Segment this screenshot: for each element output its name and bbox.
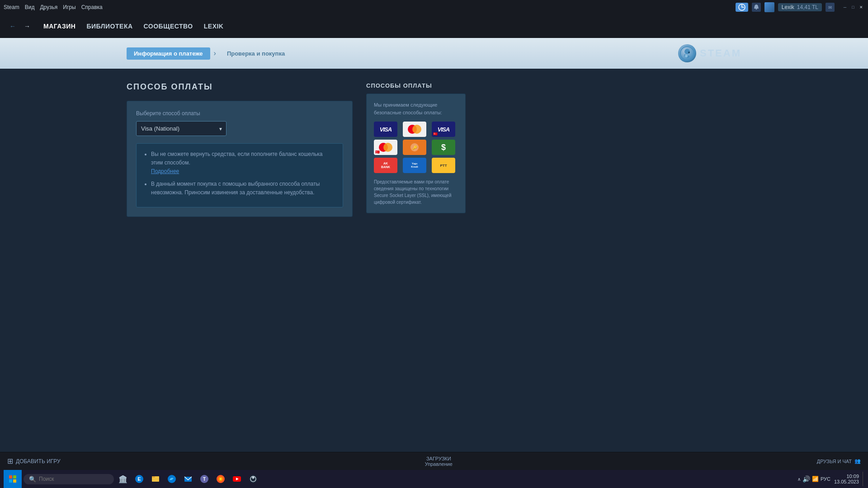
- taskbar-icon-steam[interactable]: [246, 472, 260, 486]
- svg-rect-12: [9, 479, 12, 483]
- taskbar-icon-explorer[interactable]: [148, 472, 163, 486]
- payment-box: Выберите способ оплаты Visa (National) M…: [127, 101, 353, 217]
- svg-text:T: T: [203, 477, 206, 482]
- payment-select-label: Выберите способ оплаты: [136, 110, 343, 117]
- steam-icon-btn[interactable]: [736, 3, 748, 12]
- chevron-up-icon[interactable]: ∧: [797, 477, 801, 482]
- taskbar-lang[interactable]: РУС: [821, 476, 830, 482]
- notification-icon[interactable]: [752, 3, 761, 12]
- user-balance: 14,41 TL: [797, 4, 818, 10]
- nav-library[interactable]: БИБЛИОТЕКА: [86, 23, 132, 30]
- taskbar-icon-edge[interactable]: [165, 472, 179, 486]
- svg-point-24: [220, 478, 222, 480]
- svg-text:🔑: 🔑: [412, 145, 418, 150]
- user-info[interactable]: Lexik 14,41 TL: [778, 3, 822, 11]
- start-button[interactable]: [4, 470, 22, 488]
- downloads-button[interactable]: ЗАГРУЗКИ Управление: [425, 456, 453, 467]
- taskbar-icon-teams[interactable]: T: [197, 472, 212, 486]
- clock-date: 13.05.2023: [834, 479, 859, 484]
- search-icon: 🔍: [29, 476, 36, 483]
- svg-point-5: [688, 52, 690, 53]
- payment-icon-orange: 🔑: [403, 140, 426, 155]
- nav-links: МАГАЗИН БИБЛИОТЕКА СООБЩЕСТВО LEXIK: [43, 23, 223, 30]
- payment-method-select[interactable]: Visa (National) Mastercard PayPal Steam …: [136, 121, 226, 136]
- payment-icon-visa-national: VISA 🇹🇷: [432, 122, 455, 137]
- svg-rect-11: [13, 475, 16, 479]
- menu-help[interactable]: Справка: [81, 4, 103, 10]
- taskbar-icon-browser[interactable]: [213, 472, 228, 486]
- maximize-button[interactable]: □: [850, 4, 856, 10]
- downloads-label: ЗАГРУЗКИ: [425, 456, 453, 461]
- menu-view[interactable]: Вид: [25, 4, 35, 10]
- add-game-button[interactable]: ⊞ ДОБАВИТЬ ИГРУ: [7, 457, 61, 465]
- payment-main: СПОСОБ ОПЛАТЫ Выберите способ оплаты Vis…: [127, 82, 353, 217]
- show-desktop-button[interactable]: [863, 472, 864, 486]
- warning-item-2: В данный момент покупка с помощью выбран…: [151, 180, 335, 197]
- back-button[interactable]: ←: [7, 21, 18, 32]
- steam-logo: STEAM: [678, 44, 741, 62]
- username: Lexik: [782, 4, 794, 10]
- payment-icon-mastercard-national: 🇹🇷: [374, 140, 397, 155]
- taskbar-right: ∧ 🔊 📶 РУС 10:09 13.05.2023: [797, 472, 864, 486]
- message-icon[interactable]: ✉: [826, 3, 835, 12]
- payment-section: СПОСОБ ОПЛАТЫ Выберите способ оплаты Vis…: [0, 69, 868, 230]
- payment-icon-yapikredi: YapıKredi: [403, 158, 426, 173]
- add-game-icon: ⊞: [7, 457, 13, 465]
- title-bar: Steam Вид Друзья Игры Справка Lexik 14,4…: [0, 0, 868, 14]
- taskbar: 🔍 🏛️ E: [0, 470, 868, 488]
- nav-bar: ← → МАГАЗИН БИБЛИОТЕКА СООБЩЕСТВО LEXIK: [0, 14, 868, 38]
- payment-icon-mastercard: [403, 122, 426, 137]
- payment-icon-ptt: PTT: [432, 158, 455, 173]
- breadcrumb: Информация о платеже › Проверка и покупк…: [127, 47, 292, 60]
- payment-sidebar: СПОСОБЫ ОПЛАТЫ Мы принимаем следующие бе…: [366, 82, 466, 217]
- steam-logo-icon: [678, 44, 696, 62]
- payment-icons-grid: VISA VISA 🇹🇷: [374, 122, 458, 173]
- warning-box: Вы не сможете вернуть средства, если поп…: [136, 143, 343, 207]
- warning-item-1: Вы не сможете вернуть средства, если поп…: [151, 150, 335, 176]
- volume-icon[interactable]: 📶: [812, 476, 819, 482]
- window-controls: ─ □ ✕: [842, 4, 864, 10]
- nav-profile[interactable]: LEXIK: [204, 23, 224, 30]
- breadcrumb-step2: Проверка и покупка: [220, 47, 292, 60]
- taskbar-icon-youtube[interactable]: [230, 472, 244, 486]
- clock-time: 10:09: [834, 474, 859, 479]
- ssl-text: Предоставляемые вами при оплате сведения…: [374, 178, 458, 206]
- payment-select-wrapper: Visa (National) Mastercard PayPal Steam …: [136, 121, 226, 136]
- svg-point-29: [252, 477, 255, 479]
- svg-rect-13: [13, 479, 16, 483]
- checkout-header: Информация о платеже › Проверка и покупк…: [0, 38, 868, 69]
- sidebar-title: СПОСОБЫ ОПЛАТЫ: [366, 82, 466, 89]
- warning-link[interactable]: Подробнее: [151, 168, 179, 174]
- taskbar-icon-city[interactable]: 🏛️: [116, 472, 130, 486]
- title-bar-menu: Steam Вид Друзья Игры Справка: [4, 4, 103, 10]
- menu-games[interactable]: Игры: [63, 4, 75, 10]
- downloads-sub-label: Управление: [425, 461, 453, 467]
- taskbar-search[interactable]: 🔍: [24, 474, 114, 484]
- menu-steam[interactable]: Steam: [4, 4, 19, 10]
- network-icon[interactable]: 🔊: [802, 475, 810, 483]
- clock[interactable]: 10:09 13.05.2023: [834, 474, 859, 484]
- title-bar-left: Steam Вид Друзья Игры Справка: [4, 4, 103, 10]
- friends-button[interactable]: ДРУЗЬЯ И ЧАТ 👥: [817, 458, 861, 464]
- friends-label: ДРУЗЬЯ И ЧАТ: [817, 459, 852, 464]
- menu-friends[interactable]: Друзья: [40, 4, 57, 10]
- bottom-bar: ⊞ ДОБАВИТЬ ИГРУ ЗАГРУЗКИ Управление ДРУЗ…: [0, 452, 868, 470]
- breadcrumb-step1[interactable]: Информация о платеже: [127, 47, 210, 60]
- payment-icon-dollar: $: [432, 140, 455, 155]
- avatar: [764, 2, 774, 12]
- title-bar-right: Lexik 14,41 TL ✉ ─ □ ✕: [736, 2, 864, 12]
- search-input[interactable]: [39, 476, 107, 482]
- payment-section-title: СПОСОБ ОПЛАТЫ: [127, 82, 353, 92]
- nav-store[interactable]: МАГАЗИН: [43, 23, 75, 30]
- payment-icon-visa: VISA: [374, 122, 397, 137]
- close-button[interactable]: ✕: [858, 4, 864, 10]
- forward-button[interactable]: →: [22, 21, 33, 32]
- taskbar-icon-search2[interactable]: E: [132, 472, 146, 486]
- breadcrumb-arrow: ›: [214, 49, 216, 57]
- taskbar-icon-mail[interactable]: [181, 472, 195, 486]
- minimize-button[interactable]: ─: [842, 4, 848, 10]
- nav-community[interactable]: СООБЩЕСТВО: [144, 23, 193, 30]
- steam-logo-text: STEAM: [700, 47, 741, 59]
- svg-rect-10: [9, 475, 12, 479]
- svg-rect-17: [152, 476, 155, 478]
